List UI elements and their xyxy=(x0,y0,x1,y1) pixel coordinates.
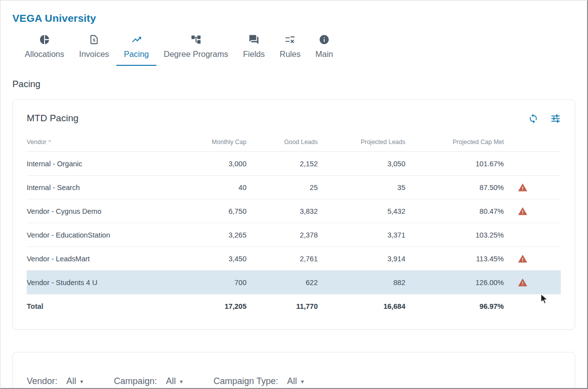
total-label: Total xyxy=(27,302,175,310)
tab-allocations[interactable]: Allocations xyxy=(17,32,72,66)
table-row[interactable]: Vendor - LeadsMart 3,450 2,761 3,914 113… xyxy=(27,247,561,271)
tab-label: Rules xyxy=(280,49,300,59)
good-leads-cell: 2,761 xyxy=(247,255,319,263)
card-actions xyxy=(528,113,561,124)
hierarchy-tree-icon xyxy=(191,34,201,45)
total-monthly-cap: 17,205 xyxy=(175,302,247,310)
tab-label: Pacing xyxy=(124,49,148,59)
tab-bar: Allocations $ Invoices Pacing Degree Pro… xyxy=(12,32,575,66)
campaign-filter-label: Campaign: xyxy=(114,376,157,387)
sync-icon xyxy=(528,113,539,124)
good-leads-cell: 25 xyxy=(247,184,319,192)
mtd-table-body: Internal - Organic 3,000 2,152 3,050 101… xyxy=(27,152,561,294)
filters-card: Vendor: All ▾ Campaign: All ▾ Campaign T… xyxy=(12,352,575,389)
table-row[interactable]: Vendor - Cygnus Demo 6,750 3,832 5,432 8… xyxy=(27,199,561,223)
dropdown-caret-icon: ▾ xyxy=(180,378,183,385)
projected-cap-met-cell: 113.45% xyxy=(406,255,505,263)
good-leads-cell: 3,832 xyxy=(247,207,319,215)
page-header: VEGA University Allocations $ Invoices P… xyxy=(0,0,587,66)
total-good-leads: 11,770 xyxy=(247,302,319,310)
campaign-type-filter-dropdown[interactable]: All ▾ xyxy=(287,376,304,387)
tab-invoices[interactable]: $ Invoices xyxy=(72,32,117,66)
tab-label: Allocations xyxy=(25,49,64,59)
table-row[interactable]: Internal - Organic 3,000 2,152 3,050 101… xyxy=(27,152,561,176)
vendor-filter-dropdown[interactable]: All ▾ xyxy=(66,376,83,387)
svg-text:$: $ xyxy=(93,38,96,43)
column-label: Vendor xyxy=(27,139,47,146)
projected-leads-cell: 3,914 xyxy=(319,255,406,263)
info-icon xyxy=(319,34,330,45)
table-row[interactable]: Internal - Search 40 25 35 87.50% xyxy=(27,176,561,199)
tab-rules[interactable]: Rules xyxy=(272,32,308,66)
campaign-filter-dropdown[interactable]: All ▾ xyxy=(166,376,183,387)
projected-leads-cell: 35 xyxy=(319,184,406,192)
column-header-vendor[interactable]: Vendor ^ xyxy=(27,139,175,146)
refresh-button[interactable] xyxy=(528,113,539,124)
good-leads-cell: 2,152 xyxy=(247,160,319,168)
warning-icon xyxy=(518,278,528,288)
mtd-pacing-table: Vendor ^ Monthly Cap Good Leads Projecte… xyxy=(27,139,561,318)
column-header-good-leads[interactable]: Good Leads xyxy=(247,139,319,146)
column-header-projected-cap-met[interactable]: Projected Cap Met xyxy=(406,139,505,146)
vendor-cell: Internal - Organic xyxy=(27,160,175,168)
dropdown-caret-icon: ▾ xyxy=(80,378,83,385)
rules-list-icon xyxy=(285,34,295,45)
tab-label: Fields xyxy=(243,49,265,59)
projected-cap-met-cell: 80.47% xyxy=(406,207,505,215)
warning-icon xyxy=(518,254,528,264)
campaign-filter-value: All xyxy=(166,376,176,387)
vendor-filter-value: All xyxy=(66,376,76,387)
sliders-icon xyxy=(550,113,561,124)
vendor-filter-label: Vendor: xyxy=(27,376,57,387)
tab-pacing[interactable]: Pacing xyxy=(116,32,156,66)
table-row[interactable]: Vendor - EducationStation 3,265 2,378 3,… xyxy=(27,223,561,247)
monthly-cap-cell: 700 xyxy=(175,279,247,287)
page-title: Pacing xyxy=(12,79,587,90)
tab-main[interactable]: Main xyxy=(308,32,341,66)
column-header-monthly-cap[interactable]: Monthly Cap xyxy=(175,139,247,146)
projected-cap-met-cell: 87.50% xyxy=(406,184,505,192)
projected-cap-met-cell: 101.67% xyxy=(406,160,505,168)
app-title: VEGA University xyxy=(12,12,575,24)
campaign-type-filter-label: Campaign Type: xyxy=(213,376,278,387)
total-projected-cap-met: 96.97% xyxy=(406,302,505,310)
monthly-cap-cell: 3,450 xyxy=(175,255,247,263)
dropdown-caret-icon: ▾ xyxy=(301,378,304,385)
tab-label: Main xyxy=(315,49,333,59)
card-header: MTD Pacing xyxy=(27,113,561,124)
column-header-projected-leads[interactable]: Projected Leads xyxy=(319,139,406,146)
table-total-row: Total 17,205 11,770 16,684 96.97% xyxy=(27,294,561,318)
sort-asc-icon: ^ xyxy=(49,140,51,145)
monthly-cap-cell: 3,265 xyxy=(175,231,247,239)
table-row[interactable]: Vendor - Students 4 U 700 622 882 126.00… xyxy=(27,271,561,294)
table-settings-button[interactable] xyxy=(550,113,561,124)
projected-leads-cell: 5,432 xyxy=(319,207,406,215)
tab-label: Degree Programs xyxy=(164,49,228,59)
projected-leads-cell: 3,050 xyxy=(319,160,406,168)
card-title: MTD Pacing xyxy=(27,113,79,124)
total-projected-leads: 16,684 xyxy=(319,302,406,310)
mtd-pacing-card: MTD Pacing Vendor ^ Monthly Cap Good Lea… xyxy=(12,99,575,330)
projected-cap-met-cell: 126.00% xyxy=(406,279,505,287)
projected-leads-cell: 3,371 xyxy=(319,231,406,239)
monthly-cap-cell: 6,750 xyxy=(175,207,247,215)
tab-label: Invoices xyxy=(79,49,109,59)
warning-icon xyxy=(518,206,528,216)
tab-fields[interactable]: Fields xyxy=(236,32,272,66)
pie-chart-icon xyxy=(39,34,50,45)
good-leads-cell: 2,378 xyxy=(247,231,319,239)
good-leads-cell: 622 xyxy=(247,279,319,287)
monthly-cap-cell: 40 xyxy=(175,184,247,192)
projected-leads-cell: 882 xyxy=(319,279,406,287)
warning-icon xyxy=(518,183,528,193)
table-header-row: Vendor ^ Monthly Cap Good Leads Projecte… xyxy=(27,139,561,152)
vendor-cell: Vendor - Students 4 U xyxy=(27,279,175,287)
invoice-document-icon: $ xyxy=(89,34,99,45)
tab-degree-programs[interactable]: Degree Programs xyxy=(156,32,236,66)
vendor-cell: Vendor - EducationStation xyxy=(27,231,175,239)
vendor-cell: Internal - Search xyxy=(27,184,175,192)
vendor-cell: Vendor - LeadsMart xyxy=(27,255,175,263)
vendor-cell: Vendor - Cygnus Demo xyxy=(27,207,175,215)
trending-up-icon xyxy=(131,34,142,45)
campaign-type-filter-value: All xyxy=(287,376,297,387)
